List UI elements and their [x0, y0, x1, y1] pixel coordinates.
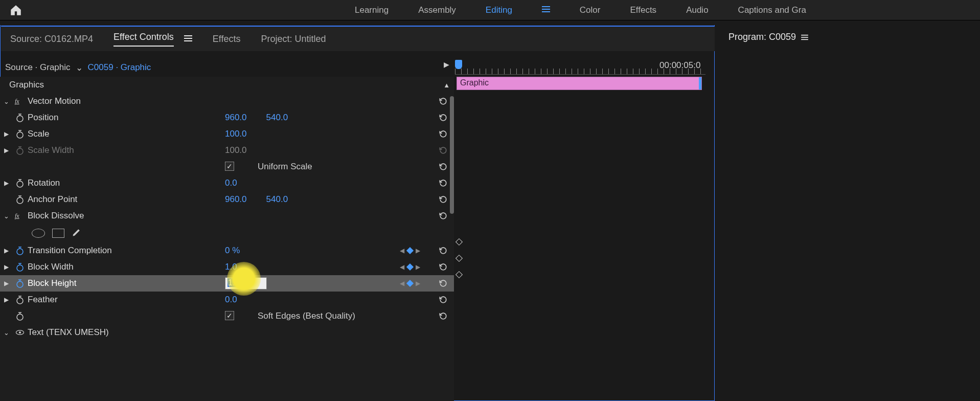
reset-button[interactable]: [438, 310, 449, 322]
fx-badge-icon[interactable]: fx: [15, 212, 25, 219]
tab-effect-controls[interactable]: Effect Controls: [113, 32, 174, 47]
program-panel-title[interactable]: Program: C0059: [728, 32, 808, 42]
add-keyframe-icon[interactable]: [406, 247, 414, 254]
uniform-scale-checkbox[interactable]: [225, 162, 234, 171]
svg-point-36: [17, 314, 23, 320]
effect-vector-motion[interactable]: ⌄ fx Vector Motion: [0, 93, 454, 109]
timeline-clip-graphic[interactable]: Graphic: [457, 77, 702, 90]
stopwatch-icon[interactable]: [15, 262, 25, 272]
prop-label: Anchor Point: [28, 194, 77, 205]
reset-button[interactable]: [438, 161, 449, 172]
fx-badge-icon[interactable]: fx: [15, 98, 25, 105]
stopwatch-icon[interactable]: [15, 194, 25, 205]
section-graphics[interactable]: Graphics ▲: [0, 77, 454, 93]
position-x-value[interactable]: 960.0: [225, 113, 247, 123]
collapse-icon[interactable]: ▲: [443, 81, 450, 89]
reset-button[interactable]: [438, 210, 449, 221]
stopwatch-icon[interactable]: [15, 113, 25, 123]
reset-button[interactable]: [438, 194, 449, 205]
stopwatch-icon[interactable]: [15, 178, 25, 188]
effect-label: Text (TENX UMESH): [28, 327, 109, 338]
workspace-learning[interactable]: Learning: [355, 5, 389, 15]
stopwatch-icon[interactable]: [15, 129, 25, 139]
workspace-audio[interactable]: Audio: [686, 5, 708, 15]
twirl-right-icon[interactable]: ▶: [0, 247, 12, 254]
twirl-right-icon: ▶: [0, 147, 12, 154]
position-y-value[interactable]: 540.0: [266, 113, 288, 123]
keyframe-marker[interactable]: [455, 238, 463, 246]
soft-edges-checkbox[interactable]: [225, 311, 234, 320]
workspace-menu-icon[interactable]: [542, 5, 550, 15]
stopwatch-icon[interactable]: [15, 295, 25, 305]
svg-point-30: [17, 281, 23, 287]
panel-menu-icon[interactable]: [184, 34, 192, 44]
workspace-captions[interactable]: Captions and Gra: [738, 5, 806, 15]
reset-button[interactable]: [438, 294, 449, 305]
crumb-sequence[interactable]: C0059 · Graphic: [88, 62, 151, 73]
effect-label: Vector Motion: [28, 96, 81, 106]
prev-keyframe-icon[interactable]: ◀: [400, 263, 404, 271]
transition-value[interactable]: 0 %: [225, 246, 240, 256]
home-icon[interactable]: [9, 4, 22, 17]
twirl-right-icon[interactable]: ▶: [0, 130, 12, 138]
mask-rectangle-button[interactable]: [52, 229, 64, 238]
timeline-play-icon[interactable]: ▶: [444, 60, 449, 69]
prev-keyframe-icon[interactable]: ◀: [400, 247, 404, 254]
crumb-dropdown-icon[interactable]: ⌄: [76, 62, 83, 73]
keyframe-nav: ◀ ▶: [400, 280, 420, 287]
rotation-value[interactable]: 0.0: [225, 178, 237, 188]
twirl-right-icon[interactable]: ▶: [0, 180, 12, 187]
vertical-scrollbar[interactable]: [450, 96, 454, 214]
timeline-playhead[interactable]: [455, 60, 462, 69]
tab-source[interactable]: Source: C0162.MP4: [10, 34, 93, 44]
eye-icon[interactable]: [15, 327, 25, 338]
anchor-y-value[interactable]: 540.0: [266, 194, 288, 205]
effect-block-dissolve[interactable]: ⌄ fx Block Dissolve: [0, 208, 454, 224]
next-keyframe-icon[interactable]: ▶: [416, 263, 420, 271]
twirl-right-icon[interactable]: ▶: [0, 263, 12, 271]
tab-project[interactable]: Project: Untitled: [261, 34, 326, 44]
mask-ellipse-button[interactable]: [32, 229, 45, 238]
scale-value[interactable]: 100.0: [225, 129, 247, 139]
stopwatch-icon[interactable]: [15, 311, 25, 321]
effect-text[interactable]: ⌄ Text (TENX UMESH): [0, 324, 454, 341]
reset-button[interactable]: [438, 261, 449, 273]
reset-button[interactable]: [438, 128, 449, 140]
tab-effects[interactable]: Effects: [213, 34, 241, 44]
twirl-right-icon[interactable]: ▶: [0, 280, 12, 287]
workspace-color[interactable]: Color: [580, 5, 601, 15]
mask-pen-button[interactable]: [72, 227, 82, 239]
reset-button[interactable]: [438, 278, 449, 289]
prop-label: Uniform Scale: [258, 162, 312, 172]
svg-point-18: [17, 181, 23, 187]
block-height-input[interactable]: 1.0: [225, 277, 267, 289]
prop-block-height: ▶ Block Height 1.0 ◀ ▶: [0, 275, 454, 292]
workspace-assembly[interactable]: Assembly: [418, 5, 456, 15]
stopwatch-icon[interactable]: [15, 278, 25, 288]
prop-label: Soft Edges (Best Quality): [258, 311, 355, 321]
add-keyframe-icon[interactable]: [406, 280, 414, 287]
keyframe-marker[interactable]: [455, 271, 463, 278]
twirl-down-icon[interactable]: ⌄: [0, 329, 12, 337]
feather-value[interactable]: 0.0: [225, 295, 237, 305]
crumb-source[interactable]: Source · Graphic: [5, 62, 71, 73]
twirl-down-icon[interactable]: ⌄: [0, 212, 12, 220]
prev-keyframe-icon[interactable]: ◀: [400, 280, 404, 287]
workspace-effects[interactable]: Effects: [630, 5, 656, 15]
block-width-value[interactable]: 1.0: [225, 262, 237, 272]
reset-button[interactable]: [438, 177, 449, 189]
twirl-right-icon[interactable]: ▶: [0, 296, 12, 303]
add-keyframe-icon[interactable]: [406, 263, 414, 271]
anchor-x-value[interactable]: 960.0: [225, 194, 247, 205]
workspace-editing[interactable]: Editing: [486, 5, 512, 15]
stopwatch-icon[interactable]: [15, 246, 25, 256]
reset-button[interactable]: [438, 245, 449, 256]
keyframe-marker[interactable]: [455, 255, 463, 262]
reset-button[interactable]: [438, 96, 449, 107]
next-keyframe-icon[interactable]: ▶: [416, 280, 420, 287]
next-keyframe-icon[interactable]: ▶: [416, 247, 420, 254]
svg-point-15: [17, 148, 23, 154]
reset-button[interactable]: [438, 112, 449, 123]
twirl-down-icon[interactable]: ⌄: [0, 98, 12, 105]
program-menu-icon[interactable]: [801, 34, 808, 40]
